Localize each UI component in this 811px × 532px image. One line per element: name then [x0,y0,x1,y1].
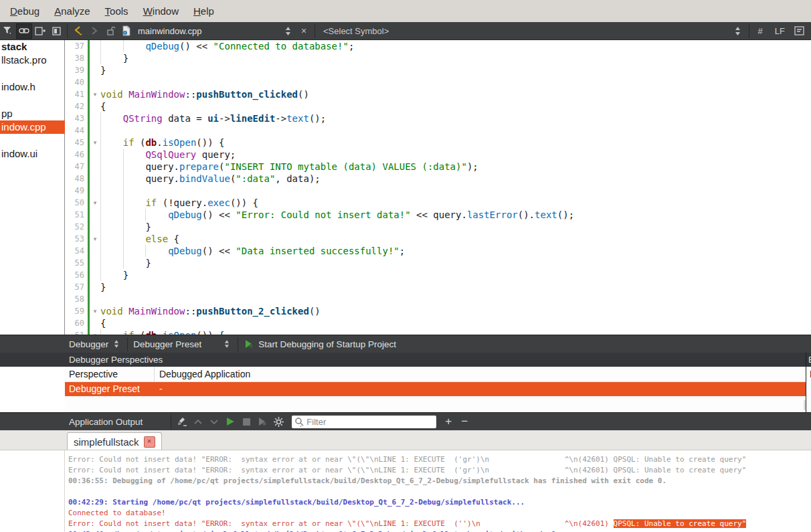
tree-item-llstack-pro[interactable]: llstack.pro [0,54,65,67]
code-text: qDebug() << "Data inserted successfully!… [100,245,811,257]
start-debugging-icon[interactable] [241,337,257,352]
debugger-perspectives-title: Debugger Perspectives [0,353,811,367]
zoom-in-button[interactable]: + [440,415,456,428]
line-number[interactable]: 55 [66,257,88,269]
output-line: 00:36:55: Debugging of /home/pc/qt proje… [68,476,811,486]
tree-item-indow-ui[interactable]: indow.ui [0,147,65,161]
line-number[interactable]: 38 [66,52,88,64]
tree-item-pp[interactable]: pp [0,107,65,120]
document-dropdown-spinner-icon[interactable] [280,23,296,39]
fold-marker-icon[interactable]: ▾ [90,329,100,335]
line-number[interactable]: 52 [66,221,88,233]
code-text: } [100,269,811,281]
line-number[interactable]: 49 [66,185,88,197]
line-number[interactable]: 51 [66,209,88,221]
output-line: 00:42:29: Starting /home/pc/qt projects/… [68,497,811,508]
perspective-row[interactable]: Debugger Preset- [65,382,806,396]
toolbar-separator [127,337,128,351]
document-icon [118,23,134,39]
line-number[interactable]: 37 [66,40,88,52]
tab-label: simplefullstack [74,436,139,448]
line-number[interactable]: 44 [66,124,88,137]
zoom-out-button[interactable]: − [456,415,472,428]
close-document-icon[interactable]: × [296,23,312,39]
line-number[interactable]: 58 [66,293,88,305]
line-number[interactable]: 43 [66,112,88,124]
line-number[interactable]: 45 [66,137,88,149]
menu-help[interactable]: Help [186,0,221,22]
debugger-preset-spinner-icon[interactable] [219,337,235,352]
menu-tools[interactable]: Tools [98,0,136,22]
fold-marker-icon[interactable]: ▾ [90,233,100,245]
code-editor[interactable]: 37 qDebug() << "Connected to database!";… [66,40,811,335]
line-number[interactable]: 42 [66,100,88,112]
column-header-perspective[interactable]: Perspective [65,367,154,381]
run-icon[interactable] [222,414,238,430]
line-number[interactable]: 48 [66,173,88,185]
line-number[interactable]: 50 [66,197,88,209]
clear-output-icon[interactable] [174,414,190,430]
line-column-hash-button[interactable]: # [758,26,763,36]
start-debugging-button[interactable]: Start Debugging of Startup Project [258,339,396,349]
line-number[interactable]: 54 [66,245,88,257]
filter-input[interactable] [305,417,436,427]
fold-marker-icon[interactable]: ▾ [90,305,100,317]
fold-marker-icon[interactable]: ▾ [90,88,100,100]
debugger-combo[interactable]: Debugger [69,339,108,349]
line-number[interactable]: 46 [66,149,88,161]
main-workspace: stackllstack.proindow.hppindow.cppindow.… [0,40,811,335]
text-encoding-icon[interactable] [791,23,807,39]
settings-gear-icon[interactable] [270,414,286,430]
line-number[interactable]: 39 [66,64,88,76]
line-number[interactable]: 47 [66,161,88,173]
fold-marker-icon[interactable]: ▾ [90,197,100,209]
menu-debug[interactable]: Debug [3,0,47,22]
fold-marker-icon[interactable]: ▾ [90,137,100,149]
tree-item-indow-h[interactable]: indow.h [0,80,65,94]
column-header-debugged-application[interactable]: Debugged Application [154,367,806,381]
code-line: 39} [66,64,811,76]
next-item-icon[interactable] [206,414,222,430]
perspectives-table[interactable]: Perspective Debugged Application Debugge… [65,367,806,412]
open-document-selector[interactable]: mainwindow.cpp [138,26,280,36]
debugger-combo-spinner-icon[interactable] [108,337,124,352]
tree-item-indow-cpp[interactable]: indow.cpp [0,120,65,134]
line-number[interactable]: 56 [66,269,88,281]
toolbar-separator [749,24,749,38]
stop-icon[interactable] [238,414,254,430]
previous-item-icon[interactable] [190,414,206,430]
link-with-editor-icon[interactable] [16,23,32,39]
line-number[interactable]: 57 [66,281,88,293]
go-back-icon[interactable] [70,23,86,39]
application-output-pane[interactable]: Error: Could not insert data! "ERROR: sy… [0,450,811,532]
filter-icon[interactable] [0,23,16,39]
debug-run-icon[interactable] [254,414,270,430]
line-number[interactable]: 60 [66,317,88,329]
line-number[interactable]: 61 [66,329,88,335]
tab-simplefullstack[interactable]: simplefullstack × [67,432,162,450]
menu-window[interactable]: Window [136,0,186,22]
debugger-preset-combo[interactable]: Debugger Preset [133,339,219,349]
line-number[interactable]: 53 [66,233,88,245]
menu-analyze[interactable]: Analyze [47,0,97,22]
tab-close-icon[interactable]: × [144,436,155,448]
tree-item-stack[interactable]: stack [0,40,65,54]
line-number[interactable]: 40 [66,76,88,88]
debugger-toolbar: Debugger Debugger Preset Start Debugging… [0,335,811,353]
output-line: Error: Could not insert data! "ERROR: sy… [68,454,811,465]
fold-margin [90,245,100,257]
split-editor-icon[interactable] [32,23,48,39]
symbol-dropdown-spinner-icon[interactable] [730,23,746,39]
symbol-selector[interactable]: <Select Symbol> [318,23,746,39]
line-number[interactable]: 59 [66,305,88,317]
close-split-icon[interactable] [48,23,64,39]
output-line: Error: Could not insert data! "ERROR: sy… [68,465,811,476]
go-forward-icon[interactable] [86,23,102,39]
output-filter-field[interactable] [292,416,436,428]
code-line: 59▾void MainWindow::pushButton_2_clicked… [66,305,811,317]
line-number[interactable]: 41 [66,88,88,100]
perspectives-table-header: Perspective Debugged Application [65,367,806,382]
code-text: { [100,100,811,112]
fold-margin [90,124,100,137]
line-ending-selector[interactable]: LF [775,26,785,36]
